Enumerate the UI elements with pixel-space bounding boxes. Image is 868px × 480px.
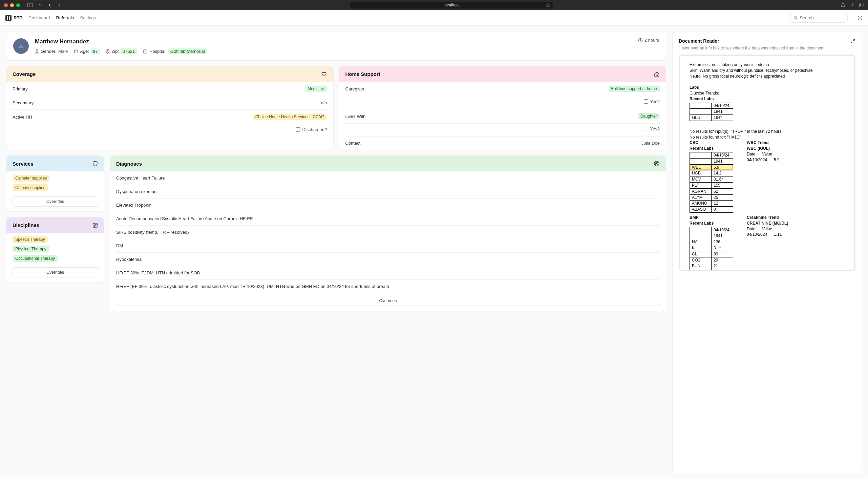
lab-cell: NA (690, 239, 712, 245)
share-icon[interactable] (841, 3, 845, 7)
lab-cell: 12 (712, 201, 733, 207)
svg-rect-0 (28, 3, 33, 7)
svg-line-17 (861, 19, 862, 20)
coverage-header: Coverage (6, 66, 333, 82)
search-input[interactable] (790, 13, 848, 23)
age-value: 87 (91, 48, 100, 54)
expand-icon[interactable] (850, 39, 855, 44)
caregiver-value: Full time support at home (609, 86, 660, 92)
lab-cell: 0 (712, 207, 733, 213)
doc-heading: BMP (690, 215, 699, 220)
services-overrides-button[interactable]: Overrides (11, 196, 99, 207)
coverage-activehh-label: Active HH (13, 114, 32, 120)
trend-hdr: Date (747, 151, 755, 157)
trend-val: 04/10/2024 (747, 157, 767, 163)
diagnosis-item: HFrEF 30%, T2DM, HTN admitted for SOB (116, 266, 660, 280)
svg-point-21 (36, 49, 38, 51)
trend-title: WBC Trend (747, 140, 769, 145)
diagnosis-item: Congestive Heart Failure (116, 171, 660, 185)
liveswith-yes-checkbox[interactable] (644, 127, 648, 131)
svg-rect-27 (144, 50, 147, 53)
disciplines-overrides-button[interactable]: Overrides (11, 267, 99, 277)
diagnosis-item: Hypokalemia (116, 253, 660, 266)
doc-heading: Recent Labs (690, 97, 714, 101)
new-tab-icon[interactable] (850, 3, 854, 7)
document-frame[interactable]: Extremities: no clubbing or cyanosis, ed… (679, 55, 855, 271)
discharged-checkbox[interactable] (296, 127, 300, 132)
reload-icon[interactable] (546, 3, 550, 7)
liveswith-row: Lives With Daughter (345, 109, 660, 124)
user-icon (18, 43, 24, 49)
wbc-trend: WBC Trend WBC (K/UL) DateValue 04/10/202… (747, 140, 780, 163)
diagnosis-item: DM (116, 239, 660, 253)
doc-heading: Recent Labs (690, 146, 714, 151)
nav-dashboard[interactable]: Dashboard (28, 15, 50, 20)
back-icon[interactable] (47, 3, 53, 7)
hospital-value: Gottlieb Memorial (168, 48, 207, 54)
svg-rect-7 (7, 18, 8, 20)
nav-settings[interactable]: Settings (80, 15, 96, 20)
theme-toggle-icon[interactable] (857, 15, 863, 21)
trend-title: Creatinine Trend (747, 215, 779, 220)
location-icon (106, 49, 110, 54)
bmp-table: 04/10/24 1941 NA136K3.1*CL99CO229BUN21CR… (690, 227, 733, 271)
calendar-icon (74, 49, 78, 54)
maximize-window-icon[interactable] (16, 3, 20, 7)
lab-cell: 04/10/24 (712, 103, 733, 109)
lab-cell: 136 (712, 239, 733, 245)
chevron-down-icon[interactable] (37, 3, 43, 7)
search-field[interactable] (800, 15, 844, 20)
trend-val: 1.11 (774, 232, 782, 237)
coverage-primary-value: Medicare (305, 86, 327, 92)
coverage-secondary-label: Secondary (13, 100, 34, 105)
doc-heading: CBC (690, 140, 698, 145)
url-bar[interactable]: localhost (350, 2, 553, 8)
reader-title: Document Reader (679, 38, 719, 44)
patient-card: Matthew Hernandez Gender: Male Age: 87 (6, 32, 666, 61)
lab-cell: GLU (690, 115, 712, 121)
hospital-icon (143, 49, 148, 54)
sidebar-toggle-icon[interactable] (26, 3, 34, 7)
diagnosis-item: Acute Decompensated Systolic Heart Failu… (116, 212, 660, 226)
brand-text: RTP (14, 15, 22, 20)
services-header: Services (6, 156, 104, 171)
nav-referrals[interactable]: Referrals (56, 15, 74, 20)
caregiver-yes-checkbox[interactable] (644, 99, 648, 104)
svg-point-20 (20, 44, 22, 46)
svg-point-26 (107, 50, 108, 51)
minimize-window-icon[interactable] (10, 3, 14, 7)
person-icon (35, 49, 39, 54)
services-card: Services Catheter supplies Ostomy suppli… (6, 155, 104, 212)
svg-point-9 (794, 16, 797, 19)
lab-cell: 25 (712, 194, 733, 201)
lab-cell: WBC (690, 164, 712, 170)
trend-val: 04/10/2024 (747, 232, 767, 237)
lab-cell: 21 (712, 263, 733, 269)
disciplines-title: Disciplines (13, 222, 39, 228)
lab-cell: 14.2 (712, 170, 733, 176)
diagnoses-overrides-button[interactable]: Overrides (115, 296, 661, 306)
app-logo[interactable]: RTP (5, 15, 22, 21)
contact-label: Contact (345, 141, 361, 146)
lab-cell: CO2 (690, 257, 712, 263)
svg-point-11 (859, 17, 861, 19)
tabs-icon[interactable] (859, 3, 864, 7)
caregiver-row: Caregiver Full time support at home (345, 82, 660, 96)
lab-cell: 164* (712, 115, 733, 121)
discharged-row: Discharged? (13, 124, 327, 137)
coverage-primary-row: Primary Medicare (13, 82, 327, 96)
svg-rect-5 (7, 16, 8, 18)
discipline-chip: Physical Therapy (13, 246, 49, 252)
close-window-icon[interactable] (4, 3, 8, 7)
doc-line: Glucose Trends: (690, 90, 845, 96)
lab-cell: 1941 (712, 109, 733, 115)
trend-val: 5.9 (774, 157, 780, 163)
forward-icon[interactable] (56, 3, 62, 7)
browser-chrome: localhost (0, 0, 868, 10)
service-chip: Catheter supplies (13, 175, 49, 182)
svg-line-18 (858, 19, 859, 20)
disciplines-header: Disciplines (6, 217, 104, 233)
doc-line: No results found for: "HA1C" (690, 134, 845, 140)
glucose-table: 04/10/24 1941 GLU164* (690, 103, 733, 121)
home-support-title: Home Support (345, 71, 380, 77)
